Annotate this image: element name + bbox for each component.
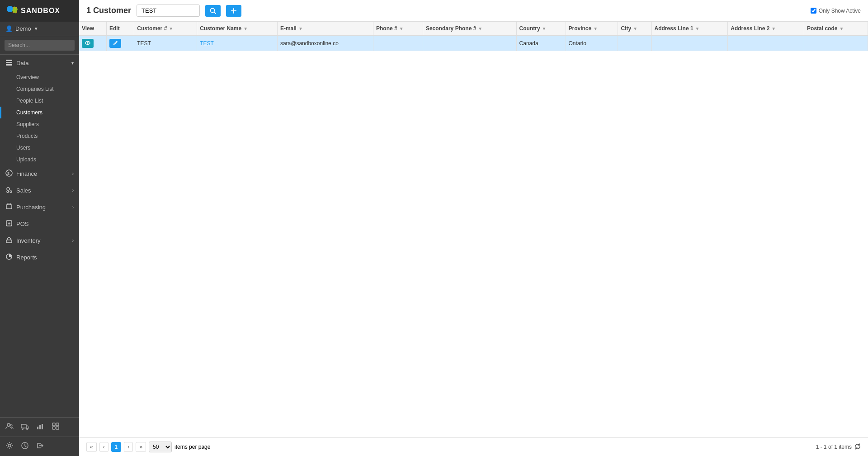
data-arrow-icon: ▾ xyxy=(71,61,74,66)
table-container: View Edit Customer # ▼ Customer Name xyxy=(79,22,868,437)
sidebar-item-uploads[interactable]: Uploads xyxy=(0,154,79,165)
svg-rect-3 xyxy=(6,60,12,61)
filter-country-icon[interactable]: ▼ xyxy=(542,26,547,31)
col-postal-label: Postal code xyxy=(807,25,837,32)
col-customer-name: Customer Name ▼ xyxy=(197,22,278,36)
cell-postal xyxy=(804,36,868,51)
only-show-active-checkbox[interactable] xyxy=(811,8,816,14)
sidebar-item-overview[interactable]: Overview xyxy=(0,71,79,83)
pos-icon xyxy=(5,220,13,228)
sidebar-logo: SANDBOX xyxy=(0,0,79,22)
sidebar-purchasing-label: Purchasing xyxy=(16,204,46,211)
filter-customer-name-icon[interactable]: ▼ xyxy=(243,26,248,31)
sidebar-bottom-icons-row xyxy=(0,418,79,437)
cell-edit xyxy=(107,36,134,51)
only-show-active-container: Only Show Active xyxy=(811,8,861,14)
page-1-button[interactable]: 1 xyxy=(111,442,122,452)
filter-address2-icon[interactable]: ▼ xyxy=(771,26,776,31)
col-postal: Postal code ▼ xyxy=(804,22,868,36)
filter-customer-num-icon[interactable]: ▼ xyxy=(169,26,173,31)
svg-point-21 xyxy=(27,428,28,430)
svg-rect-15 xyxy=(6,240,12,243)
page-header: 1 Customer Only Show Active xyxy=(79,0,868,22)
filter-phone-icon[interactable]: ▼ xyxy=(399,26,404,31)
sidebar-item-people-list[interactable]: People List xyxy=(0,95,79,107)
filter-province-icon[interactable]: ▼ xyxy=(593,26,598,31)
sidebar: SANDBOX 👤 Demo ▼ Data ▾ Overview Compani… xyxy=(0,0,79,456)
cell-phone xyxy=(373,36,423,51)
purchasing-icon xyxy=(5,203,13,212)
col-address2: Address Line 2 ▼ xyxy=(728,22,804,36)
sidebar-item-data[interactable]: Data ▾ xyxy=(0,55,79,71)
svg-rect-24 xyxy=(42,424,43,429)
prev-page-button[interactable]: ‹ xyxy=(99,442,108,452)
svg-point-29 xyxy=(8,444,11,447)
pagination-info: 1 - 1 of 1 items xyxy=(816,444,852,450)
col-customer-num-label: Customer # xyxy=(137,25,167,32)
filter-email-icon[interactable]: ▼ xyxy=(298,26,303,31)
table-row: TEST TEST sara@sandboxonline.co xyxy=(79,36,868,51)
purchasing-arrow-icon: › xyxy=(72,205,74,210)
search-input[interactable] xyxy=(137,5,200,17)
refresh-button[interactable] xyxy=(854,443,861,451)
sidebar-finance-label: Finance xyxy=(16,170,37,177)
sidebar-item-purchasing[interactable]: Purchasing › xyxy=(0,199,79,216)
svg-point-18 xyxy=(10,424,12,426)
svg-point-9 xyxy=(10,191,12,193)
search-button[interactable] xyxy=(205,5,221,17)
sidebar-item-suppliers[interactable]: Suppliers xyxy=(0,118,79,130)
sidebar-item-companies-list[interactable]: Companies List xyxy=(0,83,79,95)
col-email-label: E-mail xyxy=(280,25,297,32)
clock-icon[interactable] xyxy=(21,442,29,451)
grid-icon[interactable] xyxy=(52,422,60,432)
next-page-button[interactable]: › xyxy=(124,442,133,452)
filter-postal-icon[interactable]: ▼ xyxy=(839,26,844,31)
filter-secondary-phone-icon[interactable]: ▼ xyxy=(478,26,482,31)
sales-arrow-icon: › xyxy=(72,188,74,193)
sidebar-item-finance[interactable]: $ Finance › xyxy=(0,165,79,182)
col-city-label: City xyxy=(621,25,631,32)
items-per-page-select[interactable]: 10 25 50 100 xyxy=(149,442,172,452)
chart-icon[interactable] xyxy=(36,422,44,432)
view-button[interactable] xyxy=(82,39,94,48)
only-show-active-label: Only Show Active xyxy=(819,8,861,14)
col-address2-label: Address Line 2 xyxy=(731,25,769,32)
sidebar-user[interactable]: 👤 Demo ▼ xyxy=(0,22,79,36)
logout-icon[interactable] xyxy=(36,442,44,451)
col-city: City ▼ xyxy=(618,22,651,36)
people-icon[interactable] xyxy=(5,422,14,432)
filter-address1-icon[interactable]: ▼ xyxy=(695,26,700,31)
svg-line-32 xyxy=(214,12,216,14)
items-per-page-label: items per page xyxy=(175,444,210,450)
sidebar-item-products[interactable]: Products xyxy=(0,130,79,142)
cell-email: sara@sandboxonline.co xyxy=(277,36,373,51)
sidebar-item-customers[interactable]: Customers xyxy=(0,107,79,118)
sidebar-item-inventory[interactable]: Inventory › xyxy=(0,232,79,249)
settings-icon[interactable] xyxy=(5,442,14,451)
sidebar-item-pos[interactable]: POS xyxy=(0,216,79,232)
sidebar-search-input[interactable] xyxy=(5,40,75,51)
sidebar-pos-label: POS xyxy=(16,221,28,227)
customer-name-link[interactable]: TEST xyxy=(200,40,214,47)
col-province: Province ▼ xyxy=(566,22,618,36)
first-page-button[interactable]: « xyxy=(86,442,97,452)
user-dropdown-icon: ▼ xyxy=(34,26,38,31)
sidebar-item-sales[interactable]: Sales › xyxy=(0,182,79,199)
svg-point-10 xyxy=(7,191,9,193)
svg-rect-26 xyxy=(56,423,59,426)
edit-icon xyxy=(113,40,118,46)
svg-rect-22 xyxy=(37,427,38,429)
col-secondary-phone-label: Secondary Phone # xyxy=(426,25,476,32)
edit-button[interactable] xyxy=(109,39,121,48)
filter-city-icon[interactable]: ▼ xyxy=(633,26,637,31)
svg-rect-28 xyxy=(56,427,59,429)
last-page-button[interactable]: » xyxy=(136,442,146,452)
sidebar-item-users[interactable]: Users xyxy=(0,142,79,154)
cell-city xyxy=(618,36,651,51)
truck-icon[interactable] xyxy=(21,422,29,432)
col-edit-label: Edit xyxy=(109,25,120,32)
sales-icon xyxy=(5,186,13,195)
add-button[interactable] xyxy=(226,5,241,17)
col-customer-num: Customer # ▼ xyxy=(134,22,197,36)
sidebar-item-reports[interactable]: Reports xyxy=(0,249,79,266)
